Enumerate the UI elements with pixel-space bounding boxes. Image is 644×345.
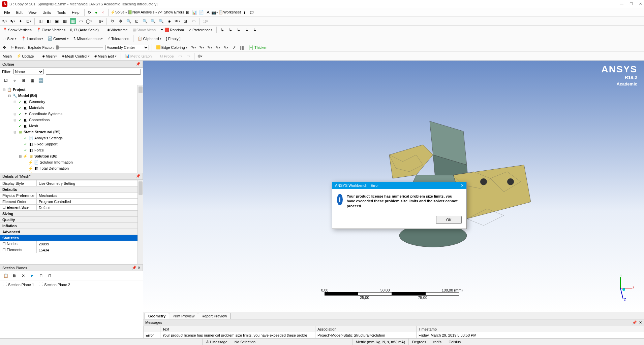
lasso-icon[interactable]: ◯ [86,18,92,24]
zoom-fit-icon[interactable]: ⊡ [134,18,140,24]
details-value[interactable]: Default [37,205,143,211]
tree-item[interactable]: ⊞✓◧Connections [0,117,143,123]
tree-ico2[interactable]: ⟐ [11,77,18,83]
tolerances-button[interactable]: ✓Tolerances [106,36,130,41]
close-vertices-button[interactable]: 📍Close Vertices [35,27,67,33]
extend-icon[interactable]: ⊕ [98,18,104,24]
tree-item[interactable]: ⊟⊞Static Structural (B5) [0,129,143,135]
show-mesh-button[interactable]: ▦Show Mesh [131,27,157,33]
tab-report-preview[interactable]: Report Preview [198,313,231,319]
tree-item[interactable]: ✓📄Analysis Settings [0,135,143,141]
details-category[interactable]: Inflation [0,223,143,229]
messages-close-icon[interactable]: ✕ [639,320,642,325]
mesh-edit-button[interactable]: ◈Mesh Edit [93,53,118,59]
vertex-icon[interactable]: ⊡ [26,18,32,24]
tree-item[interactable]: ✓◧Fixed Support [0,141,143,147]
details-value[interactable]: Use Geometry Setting [37,180,143,186]
body-icon[interactable]: ▣ [54,18,60,24]
assembly-center-select[interactable]: Assembly Center [105,45,149,50]
pan-icon[interactable]: ✥ [118,18,124,24]
edge3-icon[interactable]: ✎ [207,44,213,50]
sp-x-icon[interactable]: ✕ [20,273,26,279]
mesh-button[interactable]: ◈Mesh [41,53,58,59]
doc-icon[interactable]: 📄 [198,9,204,15]
details-category[interactable]: Sizing [0,211,143,217]
worksheet-button[interactable]: 📋Worksheet [218,10,241,14]
auto-scale[interactable]: 0,17 (Auto Scale) [69,27,100,33]
msg-col-text[interactable]: Text [160,326,315,332]
annot5-icon[interactable]: ↳ [252,27,258,33]
new-analysis-button[interactable]: 📗New Analysis [128,10,157,14]
section-pin-icon[interactable]: 📌 ✕ [132,266,141,270]
sp-i1-icon[interactable]: ⊓ [38,273,44,279]
arrow-icon[interactable]: ➚ [231,44,237,50]
text-icon[interactable]: A [205,9,211,15]
tree-ico3[interactable]: ⊞ [20,77,26,83]
rotate-icon[interactable]: ↻ [110,18,116,24]
details-pin-icon[interactable]: 📌 [136,174,141,178]
details-value[interactable]: 15434 [37,247,143,253]
messages-pin-icon[interactable]: 📌 [632,320,637,325]
status-units[interactable]: Metric (mm, kg, N, s, mV, mA) [352,339,408,345]
details-category[interactable]: Defaults [0,186,143,193]
status-temp[interactable]: Celsius [445,339,464,345]
edge-icon[interactable]: ◧ [45,18,52,24]
prev-view-icon[interactable]: 🔍 [158,18,164,24]
menu-edit[interactable]: Edit [13,9,25,15]
details-value[interactable]: 28099 [37,241,143,247]
random-colors-button[interactable]: ✦ 🟥Random [159,27,185,33]
sp-i2-icon[interactable]: ⊓ [47,273,53,279]
tree-ico1[interactable]: ☑ [3,77,9,83]
outline-tree[interactable]: ⊟📋Project⊟🔧Model (B4)⊞✓◧Geometry✓◧Materi… [0,85,143,173]
tree-item[interactable]: ✓◧Force [0,147,143,153]
show-errors-button[interactable]: ?✓ Show Errors [158,10,184,14]
tree-ico5[interactable]: 🔤 [38,77,44,83]
filter-select[interactable]: Name [13,69,44,74]
refresh-icon[interactable]: ⟳ [87,9,93,15]
tree-ico4[interactable]: ▦ [29,77,35,83]
tree-item[interactable]: ✓◧Mesh [0,123,143,129]
tree-item[interactable]: ⊟📋Project [0,87,143,93]
edge-coloring-button[interactable]: 🟨Edge Coloring [155,44,189,50]
face-icon[interactable]: ◫ [37,18,43,24]
tag-icon[interactable]: 🏷 [248,9,254,15]
mesh-control-button[interactable]: ◈Mesh Control [60,53,91,59]
shape-icon[interactable]: ⬢ [197,53,203,59]
camera-icon[interactable]: 📷 [212,9,218,15]
sp-del-icon[interactable]: 🗑 [11,273,18,279]
hatch-icon[interactable]: |‖| [239,44,245,50]
viewport-3d[interactable]: ANSYS R19.2 Academic 0,0050,00100,00 (mm… [143,61,644,312]
manage-views-icon[interactable]: ▭ [190,18,196,24]
details-value[interactable]: Mechanical [37,193,143,199]
mag-icon[interactable]: 🔍 [150,18,156,24]
look-at-icon[interactable]: ⊡ [182,18,188,24]
dialog-close-icon[interactable]: ✕ [461,183,464,188]
status-degrees[interactable]: Degrees [408,339,430,345]
details-value[interactable]: Program Controlled [37,199,143,205]
xyz-icon[interactable]: ✦ [18,18,24,24]
convert-button[interactable]: 🔄Convert [47,36,70,41]
view-icon[interactable]: 👁 [174,18,180,24]
tab-print-preview[interactable]: Print Preview [169,313,198,319]
assembly-icon[interactable]: ✥ [1,44,7,50]
message-row[interactable]: Error Your product license has numerical… [144,332,644,338]
ok-button[interactable]: OK [436,216,462,224]
solve-button[interactable]: ⚡Solve [111,10,127,14]
iso-icon[interactable]: ◈ [166,18,172,24]
sp-new-icon[interactable]: 📋 [3,273,9,279]
info-icon[interactable]: ℹ [242,9,248,15]
zoom-in-icon[interactable]: 🔍 [126,18,132,24]
section-plane-2[interactable]: Section Plane 2 [39,282,70,287]
tree-item[interactable]: ⊟⚡⊞Solution (B6) [0,153,143,159]
dots-icon[interactable]: ⁘ [100,9,106,15]
status-messages[interactable]: ⚠ 1 Message [202,339,231,345]
msg-col-assoc[interactable]: Association [315,326,417,332]
dialog-titlebar[interactable]: ANSYS Workbench - Error ✕ [332,182,466,189]
sp-arrow-icon[interactable]: ➤ [29,273,35,279]
details-category[interactable]: Advanced [0,229,143,235]
tree-item[interactable]: ⚡◧Equivalent Stress [0,171,143,173]
thicken-button[interactable]: ├┤Thicken [247,45,269,50]
location-button[interactable]: 📍Location [20,36,44,41]
edge4-icon[interactable]: ✎ [215,44,221,50]
explode-slider[interactable] [56,47,103,48]
